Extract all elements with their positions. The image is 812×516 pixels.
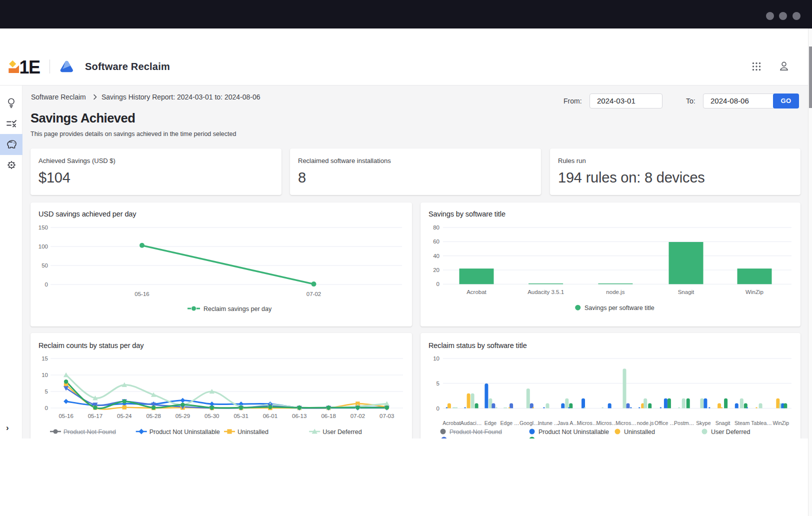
- svg-text:Acrobat: Acrobat: [442, 420, 460, 426]
- svg-text:0: 0: [436, 406, 440, 412]
- svg-text:Snagit: Snagit: [678, 289, 694, 295]
- svg-text:05-31: 05-31: [234, 413, 248, 419]
- svg-text:07-02: 07-02: [306, 291, 321, 297]
- svg-text:Reclaim savings per day: Reclaim savings per day: [204, 306, 272, 312]
- svg-text:10: 10: [433, 356, 440, 362]
- svg-text:Product Not Found: Product Not Found: [64, 428, 116, 436]
- svg-text:05-16: 05-16: [134, 291, 149, 297]
- svg-text:5: 5: [436, 380, 440, 386]
- svg-text:Product Not Uninstallable: Product Not Uninstallable: [150, 428, 220, 436]
- svg-text:60: 60: [433, 238, 440, 244]
- svg-text:Uninstalled: Uninstalled: [624, 428, 655, 436]
- svg-text:05-17: 05-17: [88, 413, 102, 419]
- svg-text:Audacity 3.5.1: Audacity 3.5.1: [528, 289, 564, 295]
- svg-text:06-18: 06-18: [321, 413, 336, 419]
- svg-text:Edge: Edge: [484, 420, 497, 426]
- svg-text:Tablea…: Tablea…: [751, 420, 772, 426]
- svg-text:Intune …: Intune …: [538, 420, 560, 426]
- svg-text:10: 10: [42, 372, 48, 378]
- svg-text:05-24: 05-24: [117, 413, 132, 419]
- svg-text:Micros…: Micros…: [616, 420, 636, 426]
- svg-text:Savings per software title: Savings per software title: [584, 304, 654, 312]
- svg-text:05-29: 05-29: [176, 413, 190, 419]
- svg-text:0: 0: [436, 281, 440, 287]
- svg-text:Micros…: Micros…: [596, 420, 616, 426]
- svg-text:40: 40: [433, 253, 440, 259]
- svg-text:150: 150: [38, 224, 48, 230]
- svg-text:80: 80: [433, 224, 440, 230]
- svg-text:Uninstalled: Uninstalled: [238, 428, 268, 436]
- svg-text:Snagit: Snagit: [716, 420, 730, 426]
- svg-text:20: 20: [433, 267, 440, 273]
- svg-text:05-30: 05-30: [204, 413, 219, 419]
- svg-text:Googl…: Googl…: [520, 420, 539, 426]
- svg-text:100: 100: [38, 244, 48, 250]
- svg-text:node.js: node.js: [637, 420, 654, 426]
- svg-text:Office …: Office …: [654, 420, 675, 426]
- svg-text:User Deferred: User Deferred: [711, 428, 750, 436]
- svg-text:Edge …: Edge …: [500, 420, 520, 426]
- svg-text:50: 50: [42, 262, 48, 268]
- svg-text:05-16: 05-16: [58, 413, 73, 419]
- svg-text:Steam: Steam: [734, 420, 750, 426]
- svg-text:15: 15: [42, 356, 48, 362]
- svg-text:0: 0: [45, 405, 48, 411]
- svg-text:Audaci…: Audaci…: [460, 420, 482, 426]
- svg-text:07-03: 07-03: [380, 413, 394, 419]
- svg-text:WinZip: WinZip: [746, 289, 764, 295]
- svg-text:Product Not Uninstallable: Product Not Uninstallable: [538, 428, 609, 436]
- svg-text:Skype: Skype: [696, 420, 710, 426]
- svg-text:06-01: 06-01: [263, 413, 278, 419]
- svg-text:07-02: 07-02: [350, 413, 365, 419]
- svg-text:Acrobat: Acrobat: [466, 289, 486, 295]
- svg-text:5: 5: [45, 388, 48, 394]
- svg-text:1E: 1E: [20, 57, 40, 75]
- svg-text:Java A…: Java A…: [558, 420, 578, 426]
- svg-text:WinZip: WinZip: [772, 420, 789, 426]
- svg-text:Micros…: Micros…: [577, 420, 598, 426]
- svg-text:06-13: 06-13: [292, 413, 306, 419]
- svg-text:Product Not Found: Product Not Found: [450, 428, 502, 436]
- svg-text:0: 0: [45, 282, 48, 288]
- svg-text:Postm…: Postm…: [674, 420, 694, 426]
- svg-text:User Deferred: User Deferred: [322, 428, 362, 436]
- svg-text:node.js: node.js: [606, 289, 624, 295]
- svg-text:05-28: 05-28: [146, 413, 160, 419]
